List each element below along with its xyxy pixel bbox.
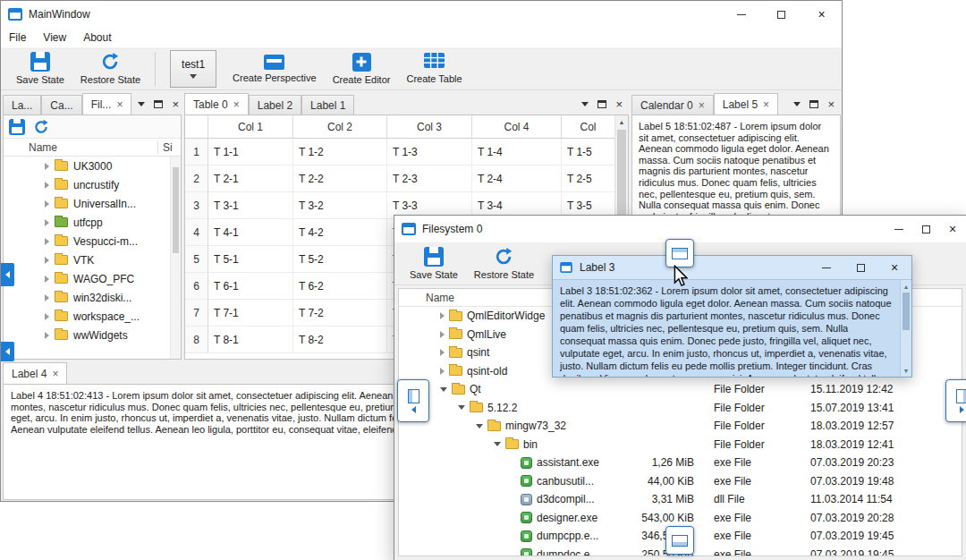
label4-dock-tab-label-4[interactable]: Label 4× [3,362,67,384]
main-window-titlebar[interactable]: MainWindow × [1,1,842,28]
left-edge-dock-button[interactable] [1,263,14,286]
table-cell[interactable]: T 2-2 [293,165,387,192]
fs-row-assistant-exe[interactable]: assistant.exe1,26 MiBexe File07.03.2019 … [399,454,962,472]
table-cell[interactable]: T 1-5 [562,139,614,165]
chevron-right-icon[interactable] [45,219,49,226]
tab-close-icon[interactable]: × [52,369,58,379]
label3-vertical-scrollbar[interactable]: ▲ ▼ [900,280,911,377]
tree-vertical-scrollbar[interactable] [170,157,181,359]
table-cell[interactable]: T 1-3 [387,139,472,165]
table-cell[interactable]: T 2-1 [208,165,293,192]
menu-item-view[interactable]: View [43,31,66,44]
label5-dock-tab-calendar-0[interactable]: Calendar 0× [631,95,714,115]
minimize-button[interactable] [809,256,843,279]
left-dock-tab-fil[interactable]: Fil...× [82,93,132,115]
tree-item-win32diski[interactable]: win32diski... [4,288,181,307]
save-icon[interactable] [9,119,25,135]
tabs-menu-icon[interactable] [138,102,145,106]
fs-row-d3dcompil[interactable]: d3dcompil...3,31 MiBdll File11.03.2014 1… [399,490,962,509]
create-perspective-button[interactable]: Create Perspective [225,49,325,89]
tree-item-uk3000[interactable]: UK3000 [4,157,181,175]
maximize-button[interactable] [843,256,877,279]
maximize-button[interactable] [912,216,939,242]
tree-item-universalin[interactable]: UniversalIn... [4,194,181,213]
minimize-button[interactable] [721,1,761,28]
restore-state-button[interactable]: Restore State [72,49,148,89]
table-cell[interactable]: T 2-3 [387,165,472,192]
save-state-button[interactable]: Save State [8,49,72,89]
fs-row-mingw73-32[interactable]: mingw73_32File Folder18.03.2019 12:57 [399,417,962,436]
close-dock-icon[interactable]: × [615,98,623,110]
menu-item-about[interactable]: About [83,31,111,44]
save-state-button[interactable]: Save State [402,244,466,284]
close-button[interactable]: × [939,216,966,242]
name-column-header[interactable]: Name [426,292,454,304]
chevron-right-icon[interactable] [45,163,49,170]
table-cell[interactable]: T 7-2 [293,300,387,327]
column-header-col-1[interactable]: Col 1 [208,115,293,139]
fs-row-canbusutil[interactable]: canbusutil...44,00 KiBexe File07.03.2019… [399,472,962,491]
tree-item-vtk[interactable]: VTK [4,250,181,269]
chevron-right-icon[interactable] [45,294,49,301]
tabs-menu-icon[interactable] [793,102,801,106]
chevron-down-icon[interactable] [494,442,501,446]
perspective-combobox[interactable]: test1 [170,50,216,88]
table-cell[interactable]: T 5-1 [208,246,293,273]
detach-icon[interactable] [597,100,606,108]
table-cell[interactable]: T 1-4 [472,139,562,165]
size-column-header[interactable]: Si [163,141,173,154]
detach-icon[interactable] [154,100,163,108]
row-header[interactable]: 2 [185,165,208,192]
restore-state-button[interactable]: Restore State [466,244,542,284]
tree-header[interactable]: Name Si [4,139,181,157]
tabs-menu-icon[interactable] [581,102,589,106]
restore-icon[interactable] [33,119,49,135]
close-dock-icon[interactable]: × [827,98,835,110]
close-button[interactable]: × [801,1,842,28]
dock-drop-indicator-left[interactable] [397,379,429,422]
table-cell[interactable]: T 2-5 [562,165,614,192]
name-column-header[interactable]: Name [29,141,57,154]
label3-floating-window[interactable]: Label 3 × Label 3 18:51:02:362 - Lorem i… [552,255,912,378]
chevron-right-icon[interactable] [45,276,49,283]
fs-row-bin[interactable]: binFile Folder18.03.2019 12:41 [399,436,962,454]
table-cell[interactable]: T 1-1 [208,139,293,165]
dock-drop-indicator-bottom[interactable] [665,526,694,555]
chevron-right-icon[interactable] [45,238,49,245]
chevron-right-icon[interactable] [440,331,445,338]
chevron-right-icon[interactable] [45,200,49,208]
table-cell[interactable]: T 6-2 [293,273,387,300]
table-cell[interactable]: T 4-2 [293,219,387,246]
fs-row-5-12-2[interactable]: 5.12.2File Folder15.07.2019 13:41 [399,399,962,418]
chevron-right-icon[interactable] [440,368,445,375]
dock-drop-indicator-right[interactable] [945,379,966,422]
table-cell[interactable]: T 8-1 [208,327,293,353]
fs-row-designer-exe[interactable]: designer.exe543,00 KiBexe File07.03.2019… [399,509,962,528]
tab-close-icon[interactable]: × [699,100,705,111]
tree-item-wago-pfc[interactable]: WAGO_PFC [4,269,181,288]
tree-item-uncrustify[interactable]: uncrustify [4,175,181,194]
chevron-right-icon[interactable] [45,313,49,320]
chevron-right-icon[interactable] [45,257,49,264]
tree-item-vespucci-m[interactable]: Vespucci-m... [4,232,181,250]
dock-drop-indicator-top[interactable] [665,239,694,267]
table-cell[interactable]: T 2-4 [472,165,562,192]
create-table-button[interactable]: Create Table [398,49,470,89]
tree-item-workspace[interactable]: workspace_... [4,307,181,326]
chevron-down-icon[interactable] [476,424,483,428]
tree-item-wwwidgets[interactable]: wwWidgets [4,326,181,344]
table-cell[interactable]: T 8-2 [293,327,387,353]
left-dock-tab-la[interactable]: La... [3,95,41,115]
table-dock-tab-label-1[interactable]: Label 1 [301,95,354,115]
tab-close-icon[interactable]: × [763,99,769,110]
table-dock-tab-table-0[interactable]: Table 0× [184,93,249,115]
chevron-right-icon[interactable] [440,312,445,319]
close-dock-icon[interactable]: × [172,98,179,110]
scrollbar-thumb[interactable] [902,293,910,330]
chevron-right-icon[interactable] [45,332,49,339]
table-dock-tab-label-2[interactable]: Label 2 [249,95,301,115]
table-cell[interactable]: T 5-2 [293,246,387,273]
column-header-col-2[interactable]: Col 2 [293,115,387,139]
row-header[interactable]: 3 [185,192,208,219]
row-header[interactable]: 6 [185,273,208,300]
